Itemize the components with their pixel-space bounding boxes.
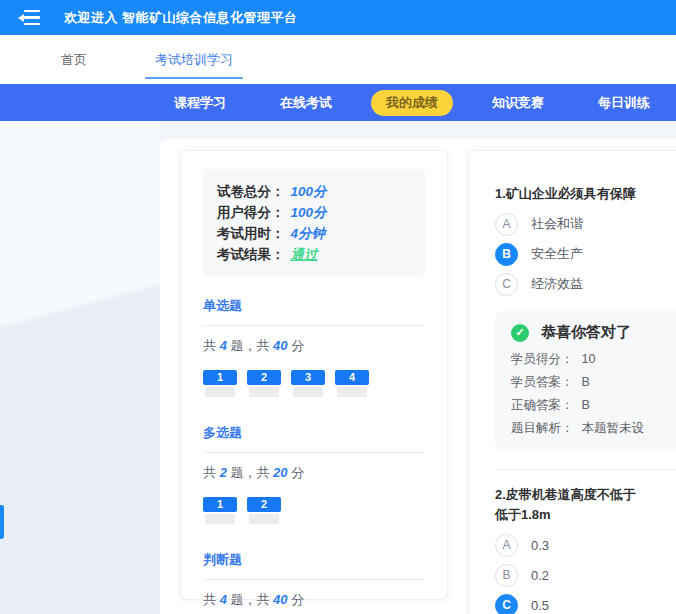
divider (203, 452, 425, 453)
stats-count: 4 (220, 338, 227, 353)
total-score-label: 试卷总分： (217, 181, 285, 202)
chip-number: 3 (291, 370, 325, 385)
nav-item-online-exam[interactable]: 在线考试 (280, 94, 332, 112)
section-title: 判断题 (203, 551, 425, 569)
nav-item-knowledge-contest[interactable]: 知识竞赛 (492, 94, 544, 112)
option-key-badge: A (495, 534, 518, 557)
option-c-selected[interactable]: C 0.5 (495, 593, 676, 614)
section-multi-choice: 多选题 共 2 题，共 20 分 1 2 (203, 424, 425, 524)
result-label: 题目解析： (511, 421, 574, 435)
result-value: 本题暂未设 (582, 421, 645, 435)
chip-score-slot (337, 387, 367, 397)
result-row-score: 学员得分：10 (511, 348, 676, 371)
result-value: B (582, 375, 590, 389)
section-stats: 共 4 题，共 40 分 (203, 337, 425, 355)
option-a[interactable]: A 0.3 (495, 533, 676, 557)
app-title: 欢迎进入 智能矿山综合信息化管理平台 (64, 9, 298, 27)
option-key-badge: C (495, 594, 518, 614)
option-label: 经济效益 (531, 275, 583, 293)
exam-time-row: 考试用时： 4分钟 (217, 223, 411, 244)
option-b[interactable]: B 0.2 (495, 563, 676, 587)
question-chip[interactable]: 2 (247, 497, 281, 524)
nav-item-my-scores[interactable]: 我的成绩 (371, 90, 453, 116)
chip-number: 2 (247, 370, 281, 385)
section-stats: 共 2 题，共 20 分 (203, 464, 425, 482)
option-label: 0.3 (531, 538, 549, 553)
stats-count: 2 (220, 465, 227, 480)
drawer-handle[interactable] (0, 505, 4, 539)
divider (203, 325, 425, 326)
stats-text: 共 (203, 465, 220, 480)
user-score-value: 100分 (291, 202, 327, 223)
option-key-badge: B (495, 243, 518, 266)
question-2-title-line1: 2.皮带机巷道高度不低于 (495, 485, 676, 505)
question-chip[interactable]: 1 (203, 497, 237, 524)
exam-summary-card: 试卷总分： 100分 用户得分： 100分 考试用时： 4分钟 考试结果： 通过… (180, 150, 448, 600)
nav-item-daily-training[interactable]: 每日训练 (598, 94, 650, 112)
question-1-title: 1.矿山企业必须具有保障 (495, 184, 676, 204)
question-2: 2.皮带机巷道高度不低于 低于1.8m A 0.3 B 0.2 C 0.5 ✓ … (495, 485, 676, 614)
chip-score-slot (249, 514, 279, 524)
result-title: 恭喜你答对了 (541, 323, 631, 342)
question-chip[interactable]: 4 (335, 370, 369, 397)
option-c[interactable]: C 经济效益 (495, 272, 676, 296)
exam-result-label: 考试结果： (217, 244, 285, 265)
tab-bar: 首页 考试培训学习 (0, 35, 676, 84)
question-2-options: A 0.3 B 0.2 C 0.5 (495, 533, 676, 614)
total-score-row: 试卷总分： 100分 (217, 181, 411, 202)
chip-score-slot (205, 387, 235, 397)
option-b-selected[interactable]: B 安全生产 (495, 242, 676, 266)
nav-item-course-study[interactable]: 课程学习 (174, 94, 226, 112)
option-key-badge: B (495, 564, 518, 587)
stats-text: 题，共 (227, 338, 273, 353)
stats-points: 40 (273, 592, 287, 607)
divider (203, 579, 425, 580)
side-background (0, 121, 160, 614)
question-chip-row: 1 2 3 4 (203, 370, 425, 397)
check-icon: ✓ (511, 324, 529, 342)
option-key-badge: A (495, 213, 518, 236)
total-score-value: 100分 (291, 181, 327, 202)
stats-text: 分 (288, 465, 305, 480)
question-chip[interactable]: 3 (291, 370, 325, 397)
section-title: 多选题 (203, 424, 425, 442)
exam-time-value: 4分钟 (291, 223, 326, 244)
stats-text: 分 (288, 592, 305, 607)
result-label: 正确答案： (511, 398, 574, 412)
question-chip-row: 1 2 (203, 497, 425, 524)
result-label: 学员得分： (511, 352, 574, 366)
option-label: 安全生产 (531, 245, 583, 263)
option-label: 0.5 (531, 598, 549, 613)
question-chip[interactable]: 1 (203, 370, 237, 397)
exam-time-label: 考试用时： (217, 223, 285, 244)
tab-exam-training[interactable]: 考试培训学习 (149, 35, 239, 84)
stats-count: 4 (220, 592, 227, 607)
result-head: ✓ 恭喜你答对了 (511, 323, 676, 342)
exam-result-value: 通过 (291, 244, 318, 265)
stats-text: 题，共 (227, 592, 273, 607)
stats-text: 共 (203, 338, 220, 353)
section-stats: 共 4 题，共 40 分 (203, 591, 425, 609)
chip-number: 1 (203, 497, 237, 512)
result-label: 学员答案： (511, 375, 574, 389)
chip-number: 2 (247, 497, 281, 512)
user-score-row: 用户得分： 100分 (217, 202, 411, 223)
stats-text: 分 (288, 338, 305, 353)
user-score-label: 用户得分： (217, 202, 285, 223)
section-true-false: 判断题 共 4 题，共 40 分 1 2 3 4 (203, 551, 425, 614)
tab-home[interactable]: 首页 (55, 35, 93, 84)
menu-fold-icon[interactable] (18, 10, 40, 26)
result-row-correct-answer: 正确答案：B (511, 394, 676, 417)
question-chip[interactable]: 2 (247, 370, 281, 397)
question-2-title-line2: 低于1.8m (495, 505, 676, 525)
score-panel: 试卷总分： 100分 用户得分： 100分 考试用时： 4分钟 考试结果： 通过 (203, 169, 425, 277)
chip-number: 1 (203, 370, 237, 385)
chip-score-slot (205, 514, 235, 524)
exam-result-row: 考试结果： 通过 (217, 244, 411, 265)
option-a[interactable]: A 社会和谐 (495, 212, 676, 236)
section-title: 单选题 (203, 297, 425, 315)
option-key-badge: C (495, 273, 518, 296)
question-divider (495, 469, 676, 470)
stats-text: 共 (203, 592, 220, 607)
question-1-options: A 社会和谐 B 安全生产 C 经济效益 (495, 212, 676, 296)
